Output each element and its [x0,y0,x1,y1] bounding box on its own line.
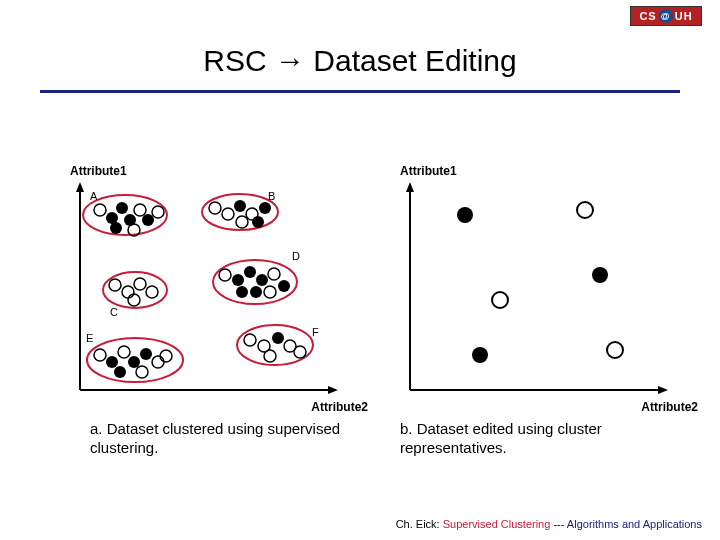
logo-left: CS [639,10,656,22]
svg-point-49 [244,334,256,346]
svg-point-39 [278,280,290,292]
svg-point-15 [142,214,154,226]
svg-point-21 [234,200,246,212]
svg-point-62 [492,292,508,308]
svg-point-34 [256,274,268,286]
svg-marker-58 [658,386,668,394]
svg-point-48 [160,350,172,362]
svg-marker-1 [76,182,84,192]
svg-point-38 [264,286,276,298]
right-caption: b. Dataset edited using cluster represen… [400,420,660,458]
svg-point-25 [252,216,264,228]
footer-credit: Ch. Eick: Supervised Clustering --- Algo… [396,518,702,530]
left-xlabel: Attribute2 [311,400,368,414]
left-ylabel: Attribute1 [70,164,127,178]
svg-point-45 [152,356,164,368]
page-title: RSC → Dataset Editing [0,44,720,78]
cluster-label-e: E [86,332,93,344]
svg-point-29 [146,286,158,298]
svg-point-31 [219,269,231,281]
cluster-label-c: C [110,306,118,318]
right-xlabel: Attribute2 [641,400,698,414]
svg-point-23 [259,202,271,214]
svg-marker-56 [406,182,414,192]
svg-point-14 [134,204,146,216]
svg-point-54 [294,346,306,358]
svg-point-10 [94,204,106,216]
svg-point-24 [236,216,248,228]
svg-point-33 [244,266,256,278]
svg-point-12 [116,202,128,214]
svg-point-35 [268,268,280,280]
svg-point-26 [109,279,121,291]
svg-point-51 [272,332,284,344]
svg-point-17 [110,222,122,234]
svg-point-37 [250,286,262,298]
footer-author: Ch. Eick: [396,518,440,530]
cluster-label-a: A [90,190,98,202]
logo-at: @ [659,9,673,23]
svg-point-20 [222,208,234,220]
cluster-label-d: D [292,250,300,262]
svg-point-36 [236,286,248,298]
svg-point-61 [592,267,608,283]
svg-point-41 [106,356,118,368]
footer-rest: Algorithms and Applications [567,518,702,530]
footer-topic: Supervised Clustering [443,518,551,530]
svg-point-32 [232,274,244,286]
right-ylabel: Attribute1 [400,164,457,178]
svg-point-63 [472,347,488,363]
svg-point-53 [264,350,276,362]
left-caption: a. Dataset clustered using supervised cl… [90,420,350,458]
svg-point-46 [114,366,126,378]
left-scatter-plot: Attribute1 [70,180,350,410]
title-rule [40,90,680,93]
svg-point-44 [140,348,152,360]
cluster-label-b: B [268,190,275,202]
svg-point-43 [128,356,140,368]
svg-point-30 [128,294,140,306]
right-plot-svg [400,180,680,410]
svg-point-40 [94,349,106,361]
right-scatter-plot: Attribute1 Attribute2 [400,180,680,410]
svg-point-60 [577,202,593,218]
svg-marker-3 [328,386,338,394]
svg-point-16 [152,206,164,218]
svg-point-27 [122,286,134,298]
svg-point-19 [209,202,221,214]
logo-right: UH [675,10,693,22]
svg-point-59 [457,207,473,223]
svg-point-47 [136,366,148,378]
svg-point-42 [118,346,130,358]
svg-point-64 [607,342,623,358]
svg-point-28 [134,278,146,290]
footer-sep: --- [550,518,567,530]
brand-logo: CS @ UH [630,6,702,26]
cluster-label-f: F [312,326,319,338]
left-plot-svg: A B C D E F [70,180,350,410]
